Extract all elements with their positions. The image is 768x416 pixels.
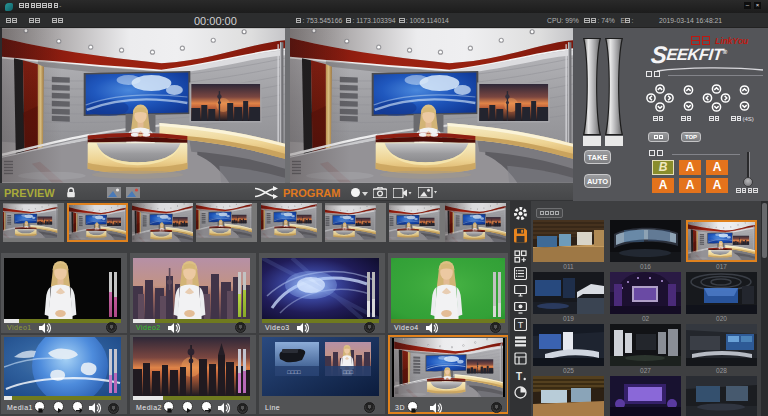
svg-text:T: T <box>516 371 522 382</box>
svg-text:□□□: □□□ <box>343 369 354 375</box>
svg-text:T: T <box>518 320 524 330</box>
svg-text:□□□□: □□□□ <box>287 369 301 375</box>
